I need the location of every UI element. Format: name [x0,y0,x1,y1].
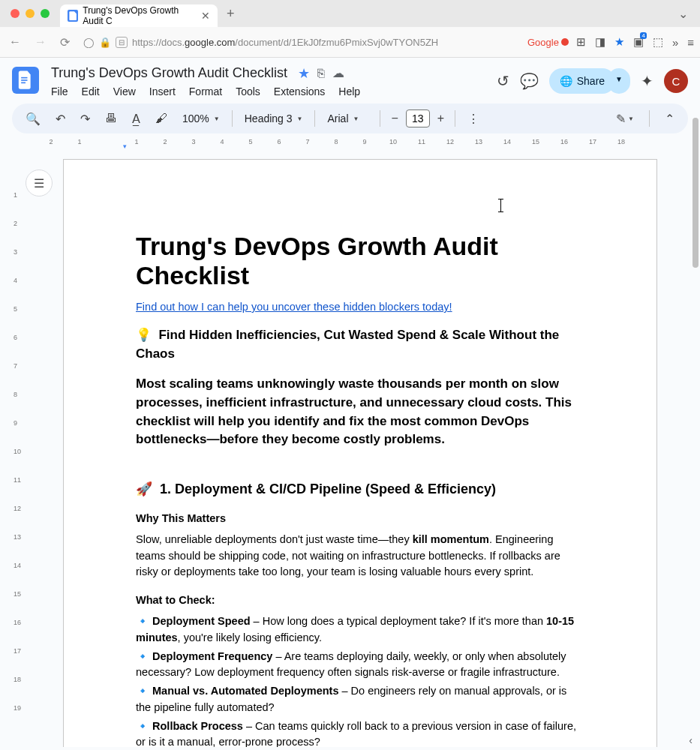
horizontal-ruler[interactable]: 21123456789101112131415161718▾ [51,138,688,152]
print-button[interactable]: 🖶 [99,107,123,130]
menu-bar: File Edit View Insert Format Tools Exten… [48,82,488,104]
more-format-button[interactable]: ⋮ [461,107,485,130]
ruler-tick: 13 [475,138,482,146]
ruler-tick: 4 [14,277,17,284]
ruler-tick: 15 [532,138,539,146]
menu-view[interactable]: View [113,86,136,98]
paint-format-button[interactable]: 🖌 [149,107,173,130]
close-tab-icon[interactable]: ✕ [201,10,210,22]
menu-edit[interactable]: Edit [82,86,100,98]
ruler-tick: 1 [134,138,138,146]
back-button[interactable]: ← [6,32,24,52]
docs-favicon-icon [68,10,78,22]
docs-header: Trung's DevOps Growth Audit Checklist ★ … [0,58,700,104]
ruler-tick: 2 [163,138,167,146]
why-label: Why This Matters [136,512,584,524]
font-select[interactable]: Arial▼ [321,110,374,128]
chevron-down-icon: ▼ [214,116,220,122]
svg-rect-0 [21,77,27,79]
document-title[interactable]: Trung's DevOps Growth Audit Checklist [48,64,290,82]
docs-logo-icon[interactable] [12,67,39,94]
toolbar: 🔍 ↶ ↷ 🖶 A̲ 🖌 100%▼ Heading 3▼ Arial▼ − +… [12,104,688,134]
vertical-scrollbar[interactable] [692,118,698,268]
reload-button[interactable]: ⟳ [57,32,73,52]
minimize-window-button[interactable] [26,9,35,18]
menu-file[interactable]: File [51,86,68,98]
vertical-ruler[interactable]: 12345678910111213141516171819 [12,152,26,747]
ruler-tick: 7 [305,138,309,146]
indent-marker-icon[interactable]: ▾ [123,142,127,150]
menu-icon[interactable]: ≡ [687,36,694,49]
ruler-tick: 3 [14,248,17,256]
ruler-tick: 8 [14,391,17,398]
separator [380,110,380,127]
explore-button[interactable]: ‹ [689,734,692,746]
zoom-select[interactable]: 100%▼ [176,110,226,128]
increase-font-button[interactable]: + [433,109,449,128]
decrease-font-button[interactable]: − [386,109,402,128]
extension-icons: ⊞ ◨ ★ ▣4 ⬚ » ≡ [576,35,694,49]
comments-icon[interactable]: 💬 [520,72,539,90]
ruler-tick: 16 [14,619,21,626]
gemini-icon[interactable]: ✦ [641,72,653,90]
share-dropdown[interactable]: ▼ [608,68,630,94]
outline-toggle-button[interactable]: ☰ [26,170,53,196]
ruler-tick: 14 [503,138,511,146]
svg-rect-1 [21,80,27,81]
docs-app: Trung's DevOps Growth Audit Checklist ★ … [0,58,700,750]
menu-tools[interactable]: Tools [236,86,260,98]
tab-overflow-button[interactable]: ⌄ [672,7,694,21]
ruler-tick: 5 [248,138,252,146]
document-page[interactable]: Trung's DevOps Growth Audit Checklist Fi… [63,159,657,747]
ruler-tick: 18 [617,138,625,146]
separator [314,110,315,127]
browser-tab[interactable]: Trung's DevOps Growth Audit C ✕ [60,4,218,27]
forward-button[interactable]: → [32,32,50,52]
edit-mode-button[interactable]: ✎ ▼ [610,107,640,130]
qr-icon[interactable]: ⊞ [576,35,586,49]
google-extension-badge[interactable]: Google [527,37,569,48]
new-tab-button[interactable]: + [224,6,238,22]
reader-icon[interactable]: ◨ [595,35,605,49]
ruler-tick: 1 [14,191,17,199]
canvas: 12345678910111213141516171819 ☰ Trung's … [12,152,688,747]
search-icon[interactable]: 🔍 [20,107,47,130]
star-icon[interactable]: ★ [298,65,310,82]
ruler-tick: 9 [14,419,17,427]
overflow-icon[interactable]: » [672,36,678,49]
ruler-tick: 11 [418,138,425,146]
ruler-tick: 15 [14,590,21,598]
maximize-window-button[interactable] [41,9,50,18]
font-size-input[interactable] [406,110,430,128]
move-icon[interactable]: ⎘ [317,67,325,80]
style-select[interactable]: Heading 3▼ [239,110,309,128]
menu-extensions[interactable]: Extensions [274,86,325,98]
doc-link[interactable]: Find out how I can help you uncover thes… [136,301,584,313]
user-avatar[interactable]: C [664,69,688,93]
check-label: What to Check: [136,594,584,606]
url-field[interactable]: ◯ 🔒 ⊟ https://docs.google.com/document/d… [80,37,520,48]
menu-format[interactable]: Format [189,86,222,98]
svg-rect-2 [21,82,26,84]
extensions-icon[interactable]: ⬚ [653,35,663,49]
ruler-tick: 5 [14,305,17,313]
container-icon[interactable]: ▣4 [633,35,644,49]
cloud-status-icon[interactable]: ☁ [332,66,344,80]
undo-button[interactable]: ↶ [50,107,71,130]
close-window-button[interactable] [11,9,20,18]
bookmark-star-icon[interactable]: ★ [614,35,624,49]
ruler-tick: 12 [14,505,21,512]
url-text: https://docs.google.com/document/d/1EkJ0… [132,37,438,48]
menu-insert[interactable]: Insert [149,86,176,98]
lock-icon: 🔒 [99,37,111,48]
share-button[interactable]: 🌐 Share [549,68,615,94]
separator [455,110,455,127]
menu-help[interactable]: Help [338,86,360,98]
redo-button[interactable]: ↷ [74,107,96,130]
spellcheck-button[interactable]: A̲ [126,107,146,130]
history-icon[interactable]: ↺ [497,72,509,90]
text-cursor [500,199,501,212]
separator [232,110,233,127]
checklist-item: 🔹 Manual vs. Automated Deployments – Do … [136,683,584,716]
collapse-toolbar-button[interactable]: ⌃ [659,107,680,130]
